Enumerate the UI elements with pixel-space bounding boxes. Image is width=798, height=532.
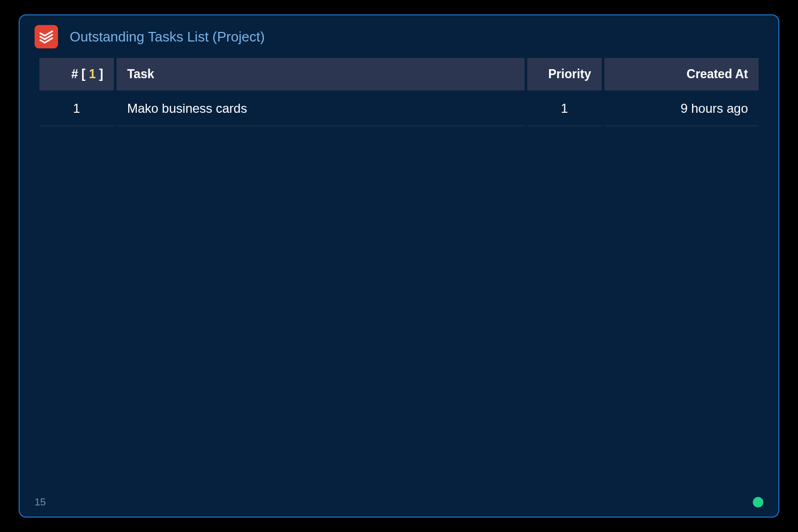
cell-created: 9 hours ago — [604, 90, 759, 126]
cell-priority: 1 — [527, 90, 602, 126]
panel-title: Outstanding Tasks List (Project) — [70, 29, 265, 45]
panel-header: Outstanding Tasks List (Project) — [20, 25, 778, 58]
cell-task: Mako business cards — [117, 90, 525, 126]
tasks-panel: Outstanding Tasks List (Project) # [ 1 ]… — [19, 14, 779, 518]
col-header-task[interactable]: Task — [117, 58, 525, 90]
panel-footer: 15 — [20, 496, 778, 517]
col-header-priority[interactable]: Priority — [527, 58, 602, 90]
table-header-row: # [ 1 ] Task Priority Created At — [39, 58, 759, 90]
table-row[interactable]: 1 Mako business cards 1 9 hours ago — [39, 90, 759, 126]
footer-counter: 15 — [35, 496, 46, 508]
tasks-table-wrap: # [ 1 ] Task Priority Created At 1 Mako … — [20, 58, 778, 126]
tasks-table: # [ 1 ] Task Priority Created At 1 Mako … — [37, 58, 761, 126]
col-header-created[interactable]: Created At — [604, 58, 759, 90]
cell-index: 1 — [39, 90, 114, 126]
status-indicator-icon — [753, 497, 763, 508]
index-header-prefix: # [ — [71, 67, 89, 81]
todoist-icon — [35, 25, 58, 48]
index-header-suffix: ] — [96, 67, 103, 81]
col-header-index[interactable]: # [ 1 ] — [39, 58, 114, 90]
index-header-count: 1 — [89, 67, 96, 81]
